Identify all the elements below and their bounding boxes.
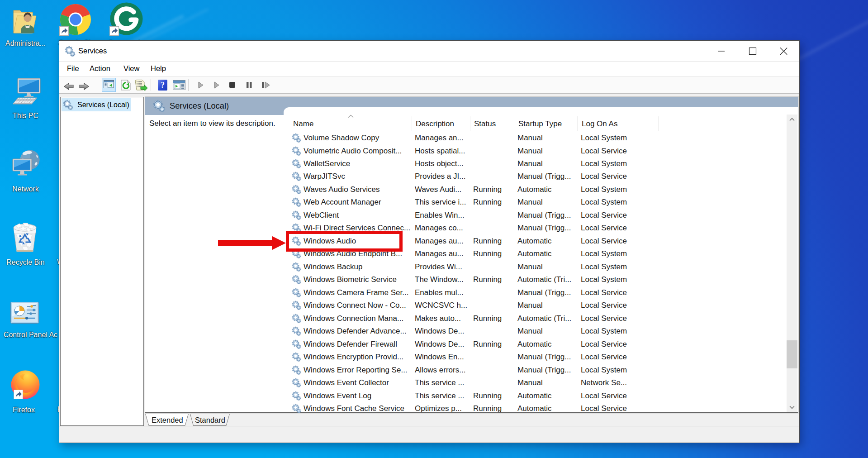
svg-text:?: ? xyxy=(161,81,165,90)
svg-text:Extended: Extended xyxy=(152,416,183,424)
svg-text:Standard: Standard xyxy=(195,416,225,424)
